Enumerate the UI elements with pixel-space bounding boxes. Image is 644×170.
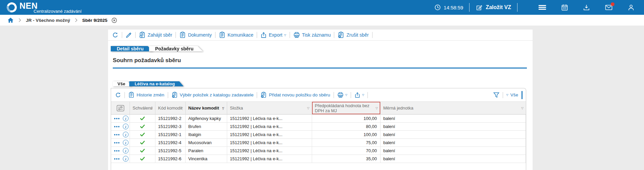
cancel-collection-button[interactable]: Zrušit sběr: [338, 32, 368, 38]
commodity-code-cell: 15121992-1: [155, 131, 186, 138]
approved-cell: [130, 131, 155, 138]
filter-icon[interactable]: ▽: [181, 107, 183, 110]
column-chooser-button[interactable]: [111, 102, 130, 114]
table-row[interactable]: i 15121992-5 Paralen 15121992 | Léčiva n…: [111, 147, 526, 155]
grid-body: i 15121992-2 Algifenovy kapky 15121992 |…: [111, 115, 526, 163]
title-underline: [113, 68, 527, 69]
info-icon[interactable]: i: [123, 124, 129, 129]
filter-icon[interactable]: ▽: [521, 107, 524, 110]
grid-export-button[interactable]: ▽: [354, 92, 364, 98]
row-actions-icon[interactable]: [114, 150, 120, 152]
filter-preset-dropdown[interactable]: ▽ Vše: [506, 92, 518, 97]
record-toolbar: Zahájit sběr Dokumenty Komun: [108, 30, 533, 41]
check-icon: [140, 124, 145, 129]
folder-cell: 15121992 | Léčiva na e-k...: [227, 115, 312, 122]
close-tab-icon[interactable]: [111, 17, 117, 23]
export-icon: [354, 92, 360, 98]
filter-icon[interactable]: ▽: [150, 107, 153, 110]
home-icon[interactable]: [7, 17, 14, 23]
filter-icon[interactable]: ▽: [376, 107, 378, 110]
subtab-leciva[interactable]: Léčiva na e-katalog: [129, 81, 184, 86]
column-header-schvalena[interactable]: Schválená ▽: [130, 102, 155, 114]
tab-detail-sberu[interactable]: Detail sběru: [111, 46, 153, 51]
add-item-button[interactable]: Přidat novou položku do sběru: [260, 92, 330, 98]
unit-cell: balení: [381, 123, 526, 130]
history-button[interactable]: Historie změn: [128, 92, 164, 98]
app-header: NEN Centralizované zadávání 14:58:59 Zal…: [0, 0, 644, 15]
info-icon[interactable]: i: [123, 156, 129, 162]
estimated-value-cell: 70,00: [312, 147, 381, 155]
messages-button[interactable]: [605, 4, 613, 11]
commodity-code-cell: 15121992-3: [155, 123, 186, 130]
commodity-code-cell: 15121992-2: [155, 115, 186, 122]
row-actions-icon[interactable]: [114, 158, 120, 160]
clipboard-gear-icon: [171, 92, 178, 98]
grid-subtabs: Vše Léčiva na e-katalog: [113, 80, 184, 88]
communication-button[interactable]: Komunikace: [219, 32, 253, 38]
grid-header-row: Schválená ▽ Kód komodity ▽ Název komodit…: [111, 102, 526, 115]
export-button[interactable]: Export ▽: [260, 32, 286, 38]
row-actions-icon[interactable]: [114, 118, 120, 119]
export-icon: [260, 32, 267, 38]
table-row[interactable]: i 15121992-3 Brufen 15121992 | Léčiva na…: [111, 123, 526, 131]
table-row[interactable]: i 15121992-1 Ibalgin 15121992 | Léčiva n…: [111, 131, 526, 139]
estimated-value-cell: 80,00: [312, 123, 381, 130]
info-icon[interactable]: i: [123, 116, 129, 121]
grid-print-button[interactable]: ▽: [337, 92, 347, 98]
chevron-right-icon: [75, 18, 78, 22]
nen-logo[interactable]: NEN Centralizované zadávání: [0, 0, 84, 15]
check-icon: [140, 132, 145, 137]
documents-button[interactable]: Dokumenty: [179, 32, 212, 38]
table-row[interactable]: i 15121992-2 Algifenovy kapky 15121992 |…: [111, 115, 526, 123]
approved-cell: [130, 123, 155, 130]
commodity-name-cell: Brufen: [186, 123, 227, 130]
start-collection-button[interactable]: Zahájit sběr: [139, 32, 172, 38]
info-icon[interactable]: i: [123, 148, 129, 154]
column-header-hodnota-highlighted[interactable]: Předpokládaná hodnota bez DPH za MJ ▽: [312, 102, 381, 114]
clipboard-gear-icon: [338, 32, 344, 38]
create-vz-button[interactable]: Založit VZ: [476, 4, 511, 11]
page-title: Souhrn požadavků sběru: [113, 57, 181, 64]
column-header-kod[interactable]: Kód komodity ▽: [155, 102, 186, 114]
column-header-nazev[interactable]: Název komodity ↑ ▽: [186, 102, 227, 114]
notification-dot: [611, 2, 614, 6]
breadcrumb-item-jr[interactable]: JR - Všechno možný: [26, 18, 70, 23]
row-actions-icon[interactable]: [114, 142, 120, 143]
dropdown-arrow-icon: ▽: [284, 34, 286, 37]
filter-button[interactable]: [493, 92, 499, 98]
tab-pozadavky-sberu[interactable]: Požadavky sběru: [149, 46, 203, 51]
filter-icon[interactable]: ▽: [222, 107, 225, 110]
commodity-name-cell: Vincentka: [186, 155, 227, 163]
clock-icon: [434, 4, 441, 11]
download-icon: [583, 4, 590, 11]
table-row[interactable]: i 15121992-6 Vincentka 15121992 | Léčiva…: [111, 155, 526, 163]
edit-button[interactable]: [126, 32, 132, 38]
user-button[interactable]: [628, 4, 635, 11]
print-record-button[interactable]: Tisk záznamu: [293, 32, 331, 38]
refresh-button[interactable]: [112, 32, 118, 38]
estimated-value-cell: 100,00: [312, 115, 381, 122]
table-row[interactable]: i 15121992-4 Mucosolvan 15121992 | Léčiv…: [111, 139, 526, 147]
row-actions-icon[interactable]: [114, 126, 120, 127]
check-icon: [140, 157, 145, 161]
compose-icon: [476, 4, 483, 11]
column-header-slozka[interactable]: Složka ▽: [227, 102, 312, 114]
clipboard-gear-icon: [260, 92, 267, 98]
breadcrumb-item-sber[interactable]: Sběr 9/2025: [82, 18, 107, 23]
scrollbar-thumb[interactable]: [522, 91, 523, 99]
filter-icon[interactable]: ▽: [307, 107, 309, 110]
commodity-name-cell: Algifenovy kapky: [186, 115, 227, 122]
grid-refresh-button[interactable]: [115, 92, 121, 98]
select-from-catalog-button[interactable]: Výběr položek z katalogu zadavatele: [171, 92, 254, 98]
app-subtitle: Centralizované zadávání: [34, 9, 82, 14]
row-actions-icon[interactable]: [114, 134, 120, 135]
column-header-merna[interactable]: Měrná jednotka ▽: [381, 102, 526, 114]
download-button[interactable]: [583, 4, 590, 11]
menu-button[interactable]: [538, 4, 546, 11]
info-icon[interactable]: i: [123, 132, 129, 137]
calendar-button[interactable]: [561, 4, 568, 11]
commodity-code-cell: 15121992-5: [155, 147, 186, 155]
folder-cell: 15121992 | Léčiva na e-k...: [227, 131, 312, 138]
clipboard-clock-icon: [139, 32, 146, 38]
info-icon[interactable]: i: [123, 140, 129, 145]
